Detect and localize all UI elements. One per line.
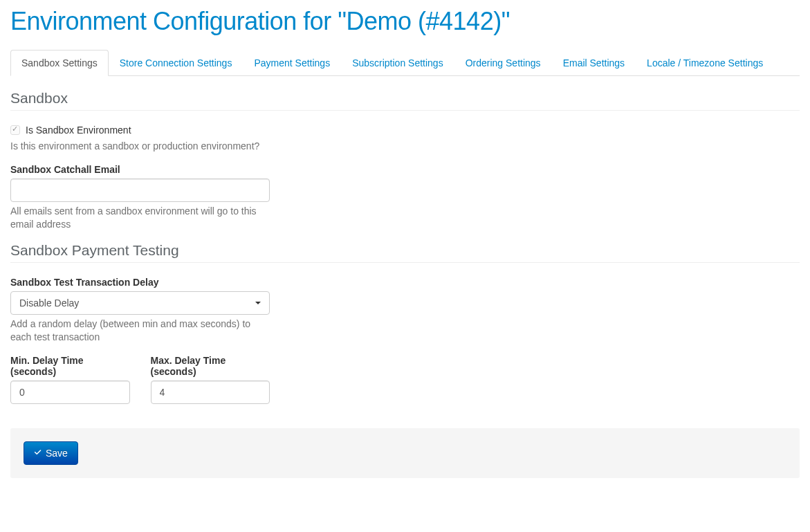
is-sandbox-label: Is Sandbox Environment [26, 125, 131, 136]
tab-subscription-settings[interactable]: Subscription Settings [341, 50, 454, 76]
tab-ordering-settings[interactable]: Ordering Settings [454, 50, 552, 76]
tab-locale-timezone-settings[interactable]: Locale / Timezone Settings [636, 50, 774, 76]
footer-bar: Save [10, 428, 800, 478]
check-icon [34, 449, 42, 457]
max-delay-label: Max. Delay Time (seconds) [151, 355, 270, 377]
section-heading-sandbox: Sandbox [10, 90, 800, 111]
tab-payment-settings[interactable]: Payment Settings [243, 50, 341, 76]
is-sandbox-help: Is this environment a sandbox or product… [10, 140, 270, 154]
caret-down-icon [255, 302, 261, 304]
section-heading-payment-testing: Sandbox Payment Testing [10, 242, 800, 263]
tabs-nav: Sandbox Settings Store Connection Settin… [10, 50, 800, 76]
tabs-list: Sandbox Settings Store Connection Settin… [10, 50, 800, 75]
transaction-delay-selected: Disable Delay [19, 297, 79, 309]
min-delay-label: Min. Delay Time (seconds) [10, 355, 130, 377]
transaction-delay-select[interactable]: Disable Delay [10, 291, 270, 315]
tab-store-connection-settings[interactable]: Store Connection Settings [109, 50, 243, 76]
tab-sandbox-settings[interactable]: Sandbox Settings [10, 50, 109, 76]
catchall-email-help: All emails sent from a sandbox environme… [10, 205, 270, 232]
page-title: Environment Configuration for "Demo (#41… [10, 7, 800, 36]
is-sandbox-checkbox[interactable] [10, 125, 20, 135]
max-delay-input[interactable] [151, 380, 270, 404]
save-button[interactable]: Save [24, 441, 78, 465]
catchall-email-label: Sandbox Catchall Email [10, 164, 270, 175]
min-delay-input[interactable] [10, 380, 130, 404]
save-button-label: Save [46, 448, 68, 459]
tab-email-settings[interactable]: Email Settings [552, 50, 636, 76]
catchall-email-input[interactable] [10, 178, 270, 202]
transaction-delay-label: Sandbox Test Transaction Delay [10, 277, 270, 288]
transaction-delay-help: Add a random delay (between min and max … [10, 318, 270, 345]
